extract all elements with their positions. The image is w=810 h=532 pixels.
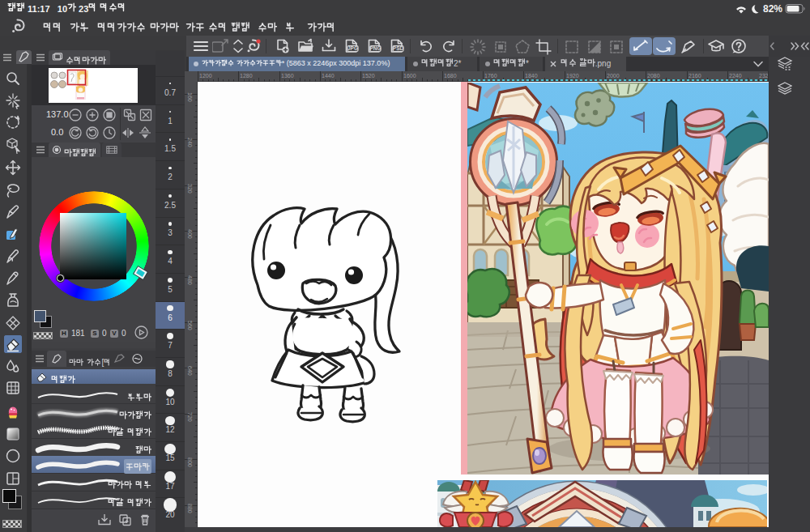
svg-text:82%: 82% [763, 3, 782, 15]
svg-text:JPG: JPG [347, 45, 358, 51]
svg-text:PNG: PNG [369, 45, 381, 51]
svg-text:PSD: PSD [393, 45, 404, 51]
